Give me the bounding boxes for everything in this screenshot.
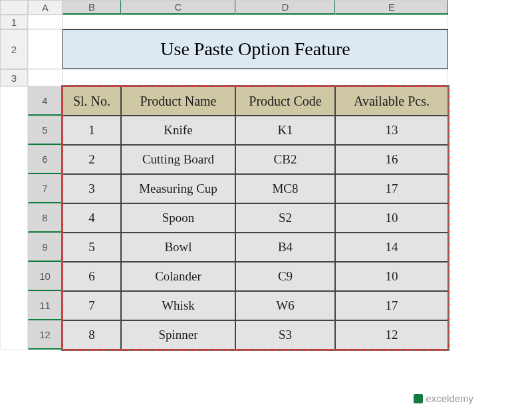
table-cell[interactable]: Bowl (121, 233, 235, 262)
table-cell[interactable]: B4 (235, 233, 335, 262)
table-cell[interactable]: 17 (335, 291, 448, 320)
spreadsheet-grid: A B C D E 1 2 Use Paste Option Feature 3… (0, 0, 510, 350)
table-cell[interactable]: Knife (121, 116, 235, 145)
data-selection-area[interactable]: Sl. No. Product Name Product Code Availa… (63, 86, 448, 350)
header-sl[interactable]: Sl. No. (63, 86, 121, 116)
table-cell[interactable]: C9 (235, 262, 335, 291)
excel-icon (414, 394, 423, 403)
table-cell[interactable]: 10 (335, 262, 448, 291)
table-cell[interactable]: Spoon (121, 203, 235, 233)
row-header-8[interactable]: 8 (28, 203, 63, 233)
table-cell[interactable]: Spinner (121, 320, 235, 350)
select-all-corner[interactable] (0, 0, 28, 15)
table-cell[interactable]: 12 (335, 320, 448, 350)
cell-a1[interactable] (28, 15, 63, 29)
table-cell[interactable]: 13 (335, 116, 448, 145)
row-header-2[interactable]: 2 (0, 29, 28, 69)
table-cell[interactable]: W6 (235, 291, 335, 320)
table-cell[interactable]: MC8 (235, 174, 335, 203)
row-header-6[interactable]: 6 (28, 145, 63, 174)
header-name[interactable]: Product Name (121, 86, 235, 116)
row-header-11[interactable]: 11 (28, 291, 63, 320)
header-pcs[interactable]: Available Pcs. (335, 86, 448, 116)
table-cell[interactable]: Colander (121, 262, 235, 291)
col-header-e[interactable]: E (335, 0, 448, 15)
table-cell[interactable]: 3 (63, 174, 121, 203)
table-cell[interactable]: 2 (63, 145, 121, 174)
watermark: exceldemy (414, 393, 473, 404)
table-cell[interactable]: 1 (63, 116, 121, 145)
table-cell[interactable]: Measuring Cup (121, 174, 235, 203)
row-header-1[interactable]: 1 (0, 15, 28, 29)
cell-row3[interactable] (63, 69, 448, 86)
col-header-d[interactable]: D (235, 0, 335, 15)
cell-a2[interactable] (28, 29, 63, 69)
table-cell[interactable]: 5 (63, 233, 121, 262)
title-cell[interactable]: Use Paste Option Feature (63, 29, 448, 69)
watermark-text: exceldemy (426, 393, 473, 404)
table-cell[interactable]: 4 (63, 203, 121, 233)
table-cell[interactable]: 14 (335, 233, 448, 262)
table-cell[interactable]: Cutting Board (121, 145, 235, 174)
row-header-7[interactable]: 7 (28, 174, 63, 203)
row-header-12[interactable]: 12 (28, 320, 63, 350)
row-header-10[interactable]: 10 (28, 262, 63, 291)
row-header-5[interactable]: 5 (28, 116, 63, 145)
table-cell[interactable]: Whisk (121, 291, 235, 320)
table-cell[interactable]: CB2 (235, 145, 335, 174)
col-header-a[interactable]: A (28, 0, 63, 15)
cell-colA[interactable] (0, 86, 28, 350)
table-cell[interactable]: 7 (63, 291, 121, 320)
table-cell[interactable]: 10 (335, 203, 448, 233)
data-table: Sl. No. Product Name Product Code Availa… (63, 86, 448, 350)
table-cell[interactable]: S2 (235, 203, 335, 233)
cell-a3[interactable] (28, 69, 63, 86)
table-cell[interactable]: S3 (235, 320, 335, 350)
header-code[interactable]: Product Code (235, 86, 335, 116)
cell-row1[interactable] (63, 15, 448, 29)
table-cell[interactable]: K1 (235, 116, 335, 145)
table-cell[interactable]: 17 (335, 174, 448, 203)
col-header-b[interactable]: B (63, 0, 121, 15)
table-cell[interactable]: 6 (63, 262, 121, 291)
row-header-9[interactable]: 9 (28, 233, 63, 262)
row-header-4[interactable]: 4 (28, 86, 63, 116)
table-cell[interactable]: 8 (63, 320, 121, 350)
row-header-3[interactable]: 3 (0, 69, 28, 86)
col-header-c[interactable]: C (121, 0, 235, 15)
table-cell[interactable]: 16 (335, 145, 448, 174)
